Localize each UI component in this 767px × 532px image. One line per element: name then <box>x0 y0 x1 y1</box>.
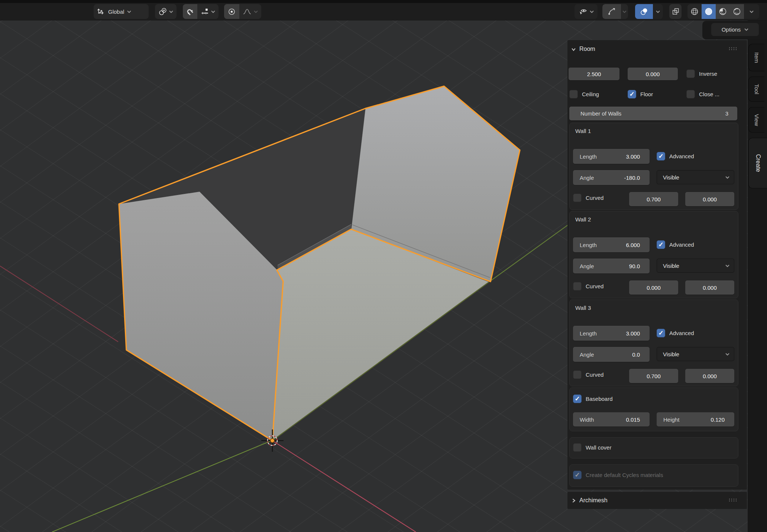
wall-length-field[interactable]: Length 6.000 <box>573 237 650 252</box>
advanced-row: Advanced <box>657 152 694 160</box>
proportional-edit-toggle[interactable] <box>224 4 239 19</box>
gizmo-toggle[interactable] <box>602 4 621 19</box>
overlays-dropdown[interactable] <box>653 4 663 19</box>
tab-tool[interactable]: Tool <box>748 77 764 102</box>
expand-chevron-icon <box>571 498 576 503</box>
archimesh-panel: Archimesh <box>567 492 747 509</box>
wall-angle-field[interactable]: Angle 90.0 <box>573 259 650 273</box>
proportional-edit-controls[interactable] <box>224 4 261 19</box>
xray-toggle[interactable] <box>669 4 682 19</box>
advanced-checkbox[interactable] <box>657 329 665 337</box>
wall-1-box: Wall 1 Length 3.000 Advanced Angle -180.… <box>569 123 738 210</box>
falloff-curve-icon <box>243 7 252 16</box>
chevron-down-icon <box>211 10 215 13</box>
advanced-row: Advanced <box>657 329 694 337</box>
shading-rendered-button[interactable] <box>730 4 744 19</box>
advanced-checkbox[interactable] <box>657 240 665 249</box>
inverse-checkbox[interactable] <box>686 69 695 78</box>
panel-drag-handle[interactable] <box>728 498 738 502</box>
number-of-walls-slider[interactable]: Number of Walls 3 <box>569 107 737 120</box>
wall-visibility-dropdown[interactable]: Visible <box>657 170 734 184</box>
chevron-down-icon <box>254 10 258 13</box>
room-height-field[interactable]: 2.500 <box>569 68 619 80</box>
overlays-controls[interactable] <box>635 4 663 19</box>
shading-material-button[interactable] <box>716 4 730 19</box>
chevron-down-icon <box>127 10 131 13</box>
proportional-editing-icon <box>228 8 236 16</box>
wall-angle-field[interactable]: Angle -180.0 <box>573 170 650 185</box>
curve-arc-field[interactable]: 0.000 <box>685 192 734 206</box>
visibility-dropdown[interactable] <box>575 4 598 19</box>
baseboard-row: Baseboard <box>573 395 613 403</box>
wall-angle-field[interactable]: Angle 0.0 <box>573 347 650 362</box>
curved-row: Curved <box>573 370 603 379</box>
options-button[interactable]: Options <box>711 23 759 36</box>
wall-3-box: Wall 3 Length 3.000 Advanced Angle 0.0 V… <box>569 299 738 386</box>
window-top-edge <box>0 0 767 3</box>
overlays-toggle[interactable] <box>635 4 653 19</box>
curved-row: Curved <box>573 194 603 202</box>
xray-toggle-icon <box>671 7 680 16</box>
advanced-row: Advanced <box>657 240 694 249</box>
wall-title: Wall 2 <box>575 216 591 223</box>
pivot-point-dropdown[interactable] <box>155 4 177 19</box>
ceiling-checkbox[interactable] <box>569 90 578 98</box>
room-offset-field[interactable]: 0.000 <box>628 68 678 80</box>
room-panel: Room 2.500 0.000 Inverse Ceiling Floor C… <box>567 40 747 490</box>
snap-toggle-button[interactable] <box>183 4 197 19</box>
curve-arc-field[interactable]: 0.000 <box>685 280 734 295</box>
baseboard-checkbox[interactable] <box>573 395 582 403</box>
transform-orientation-dropdown[interactable]: Global <box>94 4 149 19</box>
wall-title: Wall 3 <box>575 305 591 311</box>
gizmo-dropdown[interactable] <box>621 4 628 19</box>
falloff-dropdown[interactable] <box>239 4 261 19</box>
wall-title: Wall 1 <box>575 128 591 134</box>
wall-visibility-dropdown[interactable]: Visible <box>657 347 734 361</box>
curve-factor-field[interactable]: 0.700 <box>629 369 678 383</box>
chevron-down-icon <box>725 176 729 179</box>
cycles-materials-checkbox[interactable] <box>573 471 582 479</box>
advanced-checkbox[interactable] <box>657 152 665 160</box>
chevron-down-icon <box>750 10 754 13</box>
baseboard-label: Baseboard <box>586 396 613 402</box>
cycles-materials-label: Create default Cycles materials <box>586 472 663 478</box>
tab-create[interactable]: Create <box>748 138 767 188</box>
snap-mode-dropdown[interactable] <box>197 4 219 19</box>
snapping-controls[interactable] <box>183 4 219 19</box>
chevron-down-icon <box>725 265 729 267</box>
visibility-icon <box>579 7 588 16</box>
gizmo-controls[interactable] <box>602 4 628 19</box>
shading-wireframe-button[interactable] <box>687 4 702 19</box>
advanced-label: Advanced <box>669 241 694 248</box>
wall-length-field[interactable]: Length 3.000 <box>573 149 650 164</box>
object-origin-dot <box>271 439 275 443</box>
curved-checkbox[interactable] <box>573 194 582 202</box>
floor-checkbox[interactable] <box>628 90 636 98</box>
shading-solid-button[interactable] <box>702 4 716 19</box>
viewport-header: Global <box>0 3 767 20</box>
curve-arc-field[interactable]: 0.000 <box>685 369 734 383</box>
panel-drag-handle[interactable] <box>728 47 738 51</box>
shading-mode-controls[interactable] <box>687 4 759 19</box>
curve-factor-field[interactable]: 0.700 <box>629 192 678 206</box>
ceiling-label: Ceiling <box>582 91 599 97</box>
room-panel-header[interactable]: Room <box>567 40 747 58</box>
curve-factor-field[interactable]: 0.000 <box>629 280 678 295</box>
shading-wireframe-icon <box>690 7 699 16</box>
tab-item[interactable]: Item <box>748 44 764 71</box>
close-walls-checkbox[interactable] <box>686 90 695 98</box>
baseboard-height-field[interactable]: Height 0.120 <box>657 412 734 426</box>
wall-visibility-dropdown[interactable]: Visible <box>657 259 734 273</box>
curved-checkbox[interactable] <box>573 282 582 291</box>
tab-view[interactable]: View <box>748 107 764 133</box>
shading-dropdown[interactable] <box>744 4 759 19</box>
snap-increment-icon <box>201 7 209 16</box>
archimesh-panel-header[interactable]: Archimesh <box>567 492 747 509</box>
close-walls-label: Close ... <box>699 91 719 97</box>
options-label: Options <box>722 26 741 33</box>
baseboard-width-field[interactable]: Width 0.015 <box>573 412 650 426</box>
wall-cover-checkbox[interactable] <box>573 443 582 452</box>
orientation-label: Global <box>107 9 125 15</box>
curved-checkbox[interactable] <box>573 370 582 379</box>
wall-length-field[interactable]: Length 3.000 <box>573 326 650 341</box>
